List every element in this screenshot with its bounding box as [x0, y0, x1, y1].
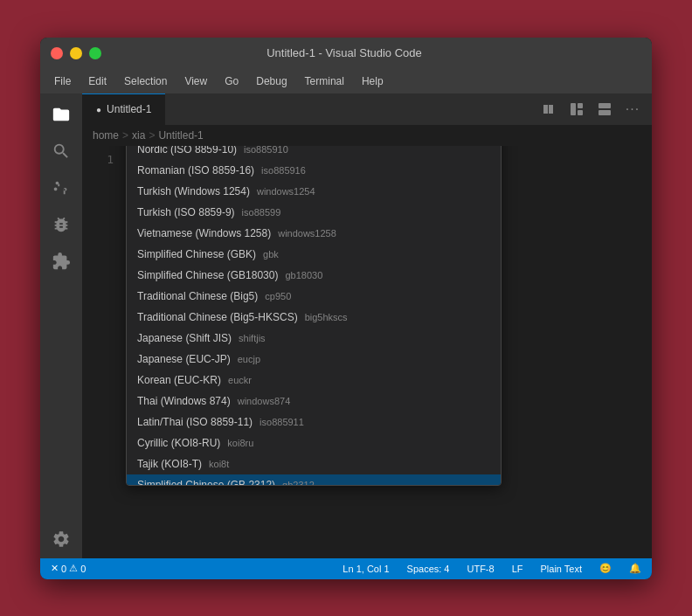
tab-label: Untitled-1 — [107, 103, 151, 115]
breadcrumb-xia[interactable]: xia — [132, 129, 145, 142]
layout-button[interactable] — [564, 97, 589, 121]
line-numbers: 1 — [82, 146, 117, 558]
menu-view[interactable]: View — [177, 73, 214, 90]
breadcrumb-sep1: > — [122, 129, 128, 142]
feedback-icon[interactable]: 😊 — [596, 558, 615, 579]
warning-icon: ⚠ — [69, 563, 78, 574]
svg-rect-0 — [571, 103, 576, 115]
editor-body: 1 Hebrew (ISO 8859-8)iso88598Nordic (ISO… — [82, 146, 652, 558]
encoding-list-item[interactable]: Tajik (KOI8-T)koi8t — [127, 453, 501, 474]
breadcrumb-sep2: > — [149, 129, 155, 142]
language-mode[interactable]: Plain Text — [537, 558, 586, 579]
encoding-list-item[interactable]: Latin/Thai (ISO 8859-11)iso885911 — [127, 412, 501, 433]
debug-activity-icon[interactable] — [44, 207, 79, 242]
encoding-list-item[interactable]: Traditional Chinese (Big5)cp950 — [127, 286, 501, 307]
encoding-list-item[interactable]: Simplified Chinese (GB 2312)gb2312 — [127, 474, 501, 485]
menu-go[interactable]: Go — [218, 73, 246, 90]
maximize-button[interactable] — [89, 47, 101, 59]
extensions-activity-icon[interactable] — [44, 244, 79, 279]
minimize-button[interactable] — [70, 47, 82, 59]
activity-bar — [40, 93, 82, 558]
encoding-list-item[interactable]: Japanese (Shift JIS)shiftjis — [127, 328, 501, 349]
breadcrumb-file[interactable]: Untitled-1 — [158, 129, 203, 142]
editor-tab[interactable]: ● Untitled-1 — [82, 93, 165, 125]
tab-dot: ● — [96, 105, 101, 114]
editor-container: ● Untitled-1 ··· — [40, 93, 652, 558]
menu-debug[interactable]: Debug — [249, 73, 294, 90]
split-editor-button[interactable] — [536, 97, 561, 121]
window-title: Untitled-1 - Visual Studio Code — [101, 46, 587, 59]
status-bar: ✕ 0 ⚠ 0 Ln 1, Col 1 Spaces: 4 UTF-8 LF P… — [40, 558, 652, 579]
menu-help[interactable]: Help — [355, 73, 391, 90]
more-actions-button[interactable]: ··· — [620, 97, 645, 121]
menu-terminal[interactable]: Terminal — [298, 73, 351, 90]
title-bar: Untitled-1 - Visual Studio Code — [40, 38, 652, 69]
line-ending[interactable]: LF — [509, 558, 527, 579]
breadcrumb-home[interactable]: home — [93, 129, 119, 142]
close-button[interactable] — [51, 47, 63, 59]
tab-toolbar: ··· — [536, 93, 652, 125]
split-horizontal-button[interactable] — [592, 97, 617, 121]
menu-bar: File Edit Selection View Go Debug Termin… — [40, 69, 652, 93]
encoding-list-item[interactable]: Cyrillic (KOI8-RU)koi8ru — [127, 433, 501, 453]
indentation[interactable]: Spaces: 4 — [404, 558, 453, 579]
files-activity-icon[interactable] — [44, 97, 79, 132]
search-activity-icon[interactable] — [44, 134, 79, 169]
encoding-list-item[interactable]: Turkish (ISO 8859-9)iso88599 — [127, 202, 501, 223]
source-control-activity-icon[interactable] — [44, 170, 79, 205]
svg-rect-4 — [599, 110, 611, 115]
encoding-list-item[interactable]: Vietnamese (Windows 1258)windows1258 — [127, 223, 501, 244]
breadcrumb: home > xia > Untitled-1 — [82, 125, 652, 146]
encoding-list-item[interactable]: Simplified Chinese (GB18030)gb18030 — [127, 265, 501, 286]
tab-bar: ● Untitled-1 ··· — [82, 93, 652, 125]
error-icon: ✕ — [51, 563, 59, 574]
main-area: ● Untitled-1 ··· — [82, 93, 652, 558]
svg-rect-2 — [578, 110, 583, 115]
encoding-list-item[interactable]: Traditional Chinese (Big5-HKSCS)big5hksc… — [127, 307, 501, 328]
settings-activity-icon[interactable] — [44, 522, 79, 557]
encoding-list-item[interactable]: Japanese (EUC-JP)eucjp — [127, 349, 501, 370]
notifications-icon[interactable]: 🔔 — [626, 558, 645, 579]
encoding-list: Hebrew (ISO 8859-8)iso88598Nordic (ISO 8… — [127, 146, 501, 485]
encoding-list-item[interactable]: Nordic (ISO 8859-10)iso885910 — [127, 146, 501, 160]
window-controls — [51, 47, 101, 59]
cursor-position[interactable]: Ln 1, Col 1 — [339, 558, 392, 579]
encoding-list-item[interactable]: Turkish (Windows 1254)windows1254 — [127, 181, 501, 202]
encoding-status[interactable]: UTF-8 — [463, 558, 497, 579]
error-count[interactable]: ✕ 0 ⚠ 0 — [47, 558, 89, 579]
encoding-list-item[interactable]: Thai (Windows 874)windows874 — [127, 391, 501, 412]
svg-rect-1 — [578, 103, 583, 108]
line-number-1: 1 — [86, 153, 114, 166]
warning-number: 0 — [80, 564, 86, 574]
encoding-list-item[interactable]: Simplified Chinese (GBK)gbk — [127, 244, 501, 265]
menu-file[interactable]: File — [47, 73, 78, 90]
vscode-window: Untitled-1 - Visual Studio Code File Edi… — [40, 38, 652, 579]
menu-selection[interactable]: Selection — [117, 73, 174, 90]
error-number: 0 — [61, 564, 66, 574]
svg-rect-3 — [599, 103, 611, 108]
encoding-list-item[interactable]: Korean (EUC-KR)euckr — [127, 370, 501, 391]
menu-edit[interactable]: Edit — [81, 73, 114, 90]
encoding-list-item[interactable]: Romanian (ISO 8859-16)iso885916 — [127, 160, 501, 181]
encoding-dropdown: Hebrew (ISO 8859-8)iso88598Nordic (ISO 8… — [126, 146, 502, 486]
